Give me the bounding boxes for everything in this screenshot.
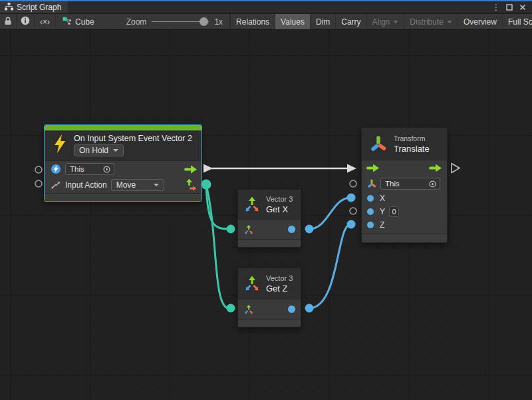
node-vector3-get-z[interactable]: Vector 3 Get Z <box>237 268 301 327</box>
getz-node-category: Vector 3 <box>266 274 293 282</box>
port-x-label: X <box>380 194 385 203</box>
zoom-label: Zoom <box>126 17 147 27</box>
node-vector3-get-x[interactable]: Vector 3 Get X <box>237 189 301 248</box>
object-picker-icon[interactable] <box>429 180 436 188</box>
event-node-body: This Input Action Move <box>45 160 201 193</box>
translate-this-value: This <box>385 180 400 188</box>
close-icon[interactable] <box>517 2 528 13</box>
getx-wire-start-dot <box>305 225 314 234</box>
graph-name-label: Cube <box>75 17 94 27</box>
getz-node-header[interactable]: Vector 3 Get Z <box>238 268 301 299</box>
values-button[interactable]: Values <box>275 14 311 29</box>
translate-z-wire-dot <box>347 220 356 229</box>
translate-this-row: This <box>362 176 447 192</box>
translate-x-wire-dot <box>347 194 356 202</box>
inspect-button[interactable] <box>17 14 35 29</box>
preview-code-button[interactable]: ‹×› <box>35 14 56 29</box>
gameobject-icon <box>51 164 61 174</box>
dim-button[interactable]: Dim <box>311 14 336 29</box>
lock-button[interactable] <box>0 14 17 29</box>
wire-vector2-to-getx <box>206 184 229 229</box>
overview-button[interactable]: Overview <box>458 14 503 29</box>
translate-y-input-circle <box>350 208 356 214</box>
translate-this-input-circle <box>350 180 356 187</box>
input-action-dropdown[interactable]: Move <box>111 179 164 191</box>
input-action-label: Input Action <box>65 180 107 190</box>
port-z-label: Z <box>380 220 384 230</box>
distribute-button[interactable]: Distribute <box>404 14 458 29</box>
translate-flow-row <box>362 160 447 176</box>
event-this-row: This <box>45 161 201 177</box>
vector3-icon <box>243 196 261 213</box>
relations-button[interactable]: Relations <box>230 14 275 29</box>
port-y-dot[interactable] <box>367 208 374 215</box>
getz-wire-start-dot <box>305 304 314 313</box>
input-action-icon <box>51 180 61 190</box>
translate-this-field[interactable]: This <box>380 178 440 190</box>
graph-reference[interactable]: Cube <box>56 14 101 29</box>
translate-node-body: This X Y 0 Z <box>362 160 447 232</box>
flow-output-arrow-icon[interactable] <box>184 165 198 174</box>
getx-input-dot <box>227 225 235 234</box>
node-on-input-system-event[interactable]: On Input System Event Vector 2 On Hold T… <box>44 124 202 202</box>
event-this-value: This <box>70 165 84 173</box>
getx-node-header[interactable]: Vector 3 Get X <box>238 190 301 219</box>
distribute-label: Distribute <box>410 17 444 27</box>
getz-node-title: Get Z <box>266 284 293 294</box>
tab-script-graph[interactable]: Script Graph <box>0 1 68 13</box>
translate-node-header[interactable]: Transform Translate <box>362 128 447 160</box>
flow-input-arrow-icon[interactable] <box>366 164 380 172</box>
toolbar-toggles: Relations Values Dim Carry Align Distrib… <box>230 14 532 29</box>
getz-node-footer <box>238 319 301 327</box>
menu-kebab-icon[interactable]: ⋮ <box>491 2 501 13</box>
vector3-input-port-icon[interactable] <box>243 304 254 315</box>
align-button[interactable]: Align <box>367 14 405 29</box>
carry-button[interactable]: Carry <box>336 14 366 29</box>
getx-output-port-dot[interactable] <box>288 226 295 233</box>
transform-mini-icon <box>367 179 376 188</box>
event-this-field[interactable]: This <box>65 163 114 175</box>
vector2-output-port-icon[interactable] <box>186 178 197 192</box>
translate-port-x-row: X <box>362 192 447 205</box>
transform-icon <box>370 135 387 152</box>
zoom-control: Zoom 1x <box>120 14 230 29</box>
object-picker-icon[interactable] <box>103 166 110 173</box>
fullscreen-button[interactable]: Full Screen <box>503 14 532 29</box>
chevron-down-icon <box>154 184 159 186</box>
port-x-dot[interactable] <box>367 195 374 202</box>
chevron-down-icon <box>393 21 398 23</box>
getz-input-dot <box>227 304 235 313</box>
event-action-input-circle <box>35 180 42 187</box>
flow-output-arrow-icon[interactable] <box>429 164 442 172</box>
event-node-color-bar <box>45 125 201 130</box>
maximize-icon[interactable] <box>504 2 515 13</box>
getx-node-body <box>238 219 301 239</box>
translate-flow-out-triangle <box>452 164 460 173</box>
wire-flow-event-to-translate <box>203 164 356 173</box>
tab-bar: Script Graph ⋮ <box>0 1 532 14</box>
zoom-slider[interactable] <box>152 17 209 26</box>
zoom-slider-thumb[interactable] <box>200 17 208 26</box>
wire-getz-to-z <box>309 224 350 308</box>
event-mode-dropdown[interactable]: On Hold <box>74 144 124 156</box>
getx-node-footer <box>238 239 301 247</box>
zoom-value: 1x <box>214 17 223 27</box>
port-y-value-field[interactable]: 0 <box>389 206 399 217</box>
getz-node-body <box>238 299 301 319</box>
vector3-icon <box>243 275 261 292</box>
wire-vector2-to-getz <box>206 184 229 308</box>
getz-output-port-dot[interactable] <box>288 305 295 313</box>
hierarchy-icon <box>5 1 13 13</box>
vector3-input-port-icon[interactable] <box>243 224 254 235</box>
port-z-dot[interactable] <box>367 222 374 228</box>
node-transform-translate[interactable]: Transform Translate <box>361 127 448 243</box>
event-node-header[interactable]: On Input System Event Vector 2 On Hold <box>45 130 201 160</box>
graph-canvas[interactable]: On Input System Event Vector 2 On Hold T… <box>0 30 532 399</box>
graph-toolbar: ‹×› Cube Zoom 1x Relations Values Dim Ca… <box>0 14 532 30</box>
event-input-action-row: Input Action Move <box>45 177 201 193</box>
vector2-output-dot <box>201 180 211 190</box>
lock-icon <box>4 17 12 27</box>
lightning-bolt-icon <box>53 134 67 156</box>
window-controls: ⋮ <box>491 1 532 13</box>
info-icon <box>21 16 30 27</box>
